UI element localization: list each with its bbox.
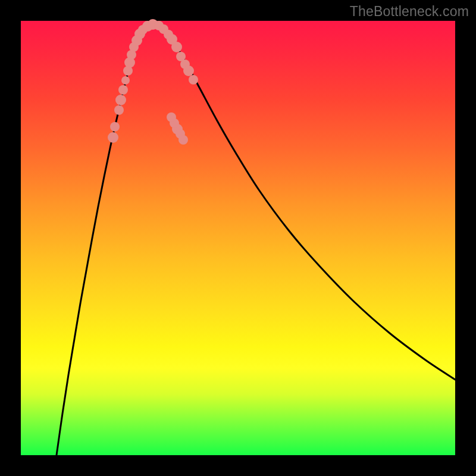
plot-area	[21, 21, 455, 455]
watermark-text: TheBottleneck.com	[350, 4, 469, 20]
data-marker	[183, 65, 194, 76]
data-marker	[108, 132, 118, 143]
chart-frame: TheBottleneck.com	[0, 0, 476, 476]
bottleneck-curve	[57, 24, 455, 455]
curve-svg	[21, 21, 455, 455]
data-marker	[110, 122, 120, 131]
data-marker	[189, 75, 198, 84]
data-marker	[118, 85, 128, 95]
data-marker	[167, 112, 176, 122]
data-marker	[121, 76, 130, 84]
data-marker	[171, 42, 182, 52]
markers-group	[108, 19, 198, 145]
data-marker	[178, 135, 188, 145]
data-marker	[115, 95, 126, 105]
data-marker	[114, 105, 124, 115]
